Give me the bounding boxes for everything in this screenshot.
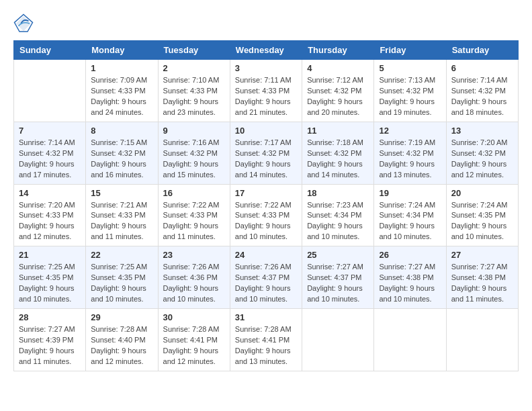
calendar-cell: 8Sunrise: 7:15 AM Sunset: 4:32 PM Daylig… <box>86 122 158 184</box>
calendar-cell: 24Sunrise: 7:26 AM Sunset: 4:37 PM Dayli… <box>230 246 302 309</box>
calendar-cell: 13Sunrise: 7:20 AM Sunset: 4:32 PM Dayli… <box>446 122 518 184</box>
calendar-table: SundayMondayTuesdayWednesdayThursdayFrid… <box>13 40 519 371</box>
calendar-cell: 15Sunrise: 7:21 AM Sunset: 4:33 PM Dayli… <box>86 184 158 246</box>
calendar-cell <box>374 309 446 371</box>
day-info: Sunrise: 7:17 AM Sunset: 4:32 PM Dayligh… <box>235 138 297 181</box>
weekday-header-saturday: Saturday <box>446 41 518 60</box>
calendar-cell: 28Sunrise: 7:27 AM Sunset: 4:39 PM Dayli… <box>14 309 86 371</box>
calendar-cell: 19Sunrise: 7:24 AM Sunset: 4:34 PM Dayli… <box>374 184 446 246</box>
calendar-cell: 5Sunrise: 7:13 AM Sunset: 4:32 PM Daylig… <box>374 60 446 122</box>
weekday-header-monday: Monday <box>86 41 158 60</box>
calendar-cell: 2Sunrise: 7:10 AM Sunset: 4:33 PM Daylig… <box>158 60 230 122</box>
day-number: 14 <box>19 188 81 198</box>
calendar-cell: 11Sunrise: 7:18 AM Sunset: 4:32 PM Dayli… <box>302 122 374 184</box>
day-number: 23 <box>163 250 225 260</box>
calendar-week-row: 7Sunrise: 7:14 AM Sunset: 4:32 PM Daylig… <box>14 122 519 184</box>
calendar-cell: 21Sunrise: 7:25 AM Sunset: 4:35 PM Dayli… <box>14 246 86 309</box>
day-info: Sunrise: 7:13 AM Sunset: 4:32 PM Dayligh… <box>379 75 441 118</box>
day-info: Sunrise: 7:12 AM Sunset: 4:32 PM Dayligh… <box>307 75 369 118</box>
day-info: Sunrise: 7:27 AM Sunset: 4:38 PM Dayligh… <box>379 262 441 305</box>
day-number: 11 <box>307 126 369 136</box>
day-number: 21 <box>19 250 81 260</box>
calendar-week-row: 14Sunrise: 7:20 AM Sunset: 4:33 PM Dayli… <box>14 184 519 246</box>
calendar-cell: 22Sunrise: 7:25 AM Sunset: 4:35 PM Dayli… <box>86 246 158 309</box>
day-number: 6 <box>451 63 513 73</box>
day-info: Sunrise: 7:26 AM Sunset: 4:37 PM Dayligh… <box>235 262 297 305</box>
day-number: 3 <box>235 63 297 73</box>
day-number: 26 <box>379 250 441 260</box>
day-info: Sunrise: 7:09 AM Sunset: 4:33 PM Dayligh… <box>91 75 152 118</box>
day-info: Sunrise: 7:11 AM Sunset: 4:33 PM Dayligh… <box>235 75 297 118</box>
day-info: Sunrise: 7:21 AM Sunset: 4:33 PM Dayligh… <box>91 200 152 243</box>
day-number: 10 <box>235 126 297 136</box>
calendar-cell: 12Sunrise: 7:19 AM Sunset: 4:32 PM Dayli… <box>374 122 446 184</box>
calendar-cell: 3Sunrise: 7:11 AM Sunset: 4:33 PM Daylig… <box>230 60 302 122</box>
weekday-header-friday: Friday <box>374 41 446 60</box>
day-info: Sunrise: 7:28 AM Sunset: 4:41 PM Dayligh… <box>235 324 297 367</box>
day-number: 1 <box>91 63 152 73</box>
calendar-cell: 6Sunrise: 7:14 AM Sunset: 4:32 PM Daylig… <box>446 60 518 122</box>
day-info: Sunrise: 7:24 AM Sunset: 4:35 PM Dayligh… <box>451 200 513 243</box>
calendar-cell: 26Sunrise: 7:27 AM Sunset: 4:38 PM Dayli… <box>374 246 446 309</box>
day-info: Sunrise: 7:25 AM Sunset: 4:35 PM Dayligh… <box>91 262 152 305</box>
calendar-cell: 4Sunrise: 7:12 AM Sunset: 4:32 PM Daylig… <box>302 60 374 122</box>
day-info: Sunrise: 7:20 AM Sunset: 4:32 PM Dayligh… <box>451 138 513 181</box>
calendar-week-row: 1Sunrise: 7:09 AM Sunset: 4:33 PM Daylig… <box>14 60 519 122</box>
calendar-cell <box>14 60 86 122</box>
day-number: 12 <box>379 126 441 136</box>
day-number: 8 <box>91 126 152 136</box>
calendar-cell: 20Sunrise: 7:24 AM Sunset: 4:35 PM Dayli… <box>446 184 518 246</box>
day-number: 15 <box>91 188 152 198</box>
calendar-cell: 18Sunrise: 7:23 AM Sunset: 4:34 PM Dayli… <box>302 184 374 246</box>
day-number: 24 <box>235 250 297 260</box>
day-info: Sunrise: 7:16 AM Sunset: 4:32 PM Dayligh… <box>163 138 225 181</box>
calendar-week-row: 28Sunrise: 7:27 AM Sunset: 4:39 PM Dayli… <box>14 309 519 371</box>
day-info: Sunrise: 7:26 AM Sunset: 4:36 PM Dayligh… <box>163 262 225 305</box>
calendar-cell: 30Sunrise: 7:28 AM Sunset: 4:41 PM Dayli… <box>158 309 230 371</box>
day-info: Sunrise: 7:24 AM Sunset: 4:34 PM Dayligh… <box>379 200 441 243</box>
day-number: 5 <box>379 63 441 73</box>
calendar-cell: 29Sunrise: 7:28 AM Sunset: 4:40 PM Dayli… <box>86 309 158 371</box>
logo <box>13 13 36 34</box>
day-number: 2 <box>163 63 225 73</box>
weekday-header-sunday: Sunday <box>14 41 86 60</box>
calendar-cell: 14Sunrise: 7:20 AM Sunset: 4:33 PM Dayli… <box>14 184 86 246</box>
day-info: Sunrise: 7:23 AM Sunset: 4:34 PM Dayligh… <box>307 200 369 243</box>
weekday-header-tuesday: Tuesday <box>158 41 230 60</box>
day-info: Sunrise: 7:15 AM Sunset: 4:32 PM Dayligh… <box>91 138 152 181</box>
day-info: Sunrise: 7:28 AM Sunset: 4:40 PM Dayligh… <box>91 324 152 367</box>
calendar-cell: 31Sunrise: 7:28 AM Sunset: 4:41 PM Dayli… <box>230 309 302 371</box>
day-number: 9 <box>163 126 225 136</box>
day-number: 7 <box>19 126 81 136</box>
calendar-cell: 16Sunrise: 7:22 AM Sunset: 4:33 PM Dayli… <box>158 184 230 246</box>
day-info: Sunrise: 7:18 AM Sunset: 4:32 PM Dayligh… <box>307 138 369 181</box>
day-number: 25 <box>307 250 369 260</box>
calendar-cell: 17Sunrise: 7:22 AM Sunset: 4:33 PM Dayli… <box>230 184 302 246</box>
day-info: Sunrise: 7:14 AM Sunset: 4:32 PM Dayligh… <box>451 75 513 118</box>
calendar-cell <box>446 309 518 371</box>
day-number: 19 <box>379 188 441 198</box>
day-number: 31 <box>235 312 297 322</box>
day-number: 17 <box>235 188 297 198</box>
weekday-header-wednesday: Wednesday <box>230 41 302 60</box>
day-number: 27 <box>451 250 513 260</box>
day-info: Sunrise: 7:25 AM Sunset: 4:35 PM Dayligh… <box>19 262 81 305</box>
calendar-cell: 7Sunrise: 7:14 AM Sunset: 4:32 PM Daylig… <box>14 122 86 184</box>
calendar-cell <box>302 309 374 371</box>
day-number: 28 <box>19 312 81 322</box>
calendar-cell: 10Sunrise: 7:17 AM Sunset: 4:32 PM Dayli… <box>230 122 302 184</box>
calendar-cell: 9Sunrise: 7:16 AM Sunset: 4:32 PM Daylig… <box>158 122 230 184</box>
day-info: Sunrise: 7:27 AM Sunset: 4:37 PM Dayligh… <box>307 262 369 305</box>
calendar-header-row: SundayMondayTuesdayWednesdayThursdayFrid… <box>14 41 519 60</box>
day-number: 29 <box>91 312 152 322</box>
day-number: 16 <box>163 188 225 198</box>
calendar-week-row: 21Sunrise: 7:25 AM Sunset: 4:35 PM Dayli… <box>14 246 519 309</box>
day-info: Sunrise: 7:27 AM Sunset: 4:38 PM Dayligh… <box>451 262 513 305</box>
day-info: Sunrise: 7:27 AM Sunset: 4:39 PM Dayligh… <box>19 324 81 367</box>
day-number: 13 <box>451 126 513 136</box>
day-info: Sunrise: 7:14 AM Sunset: 4:32 PM Dayligh… <box>19 138 81 181</box>
day-info: Sunrise: 7:22 AM Sunset: 4:33 PM Dayligh… <box>235 200 297 243</box>
day-number: 20 <box>451 188 513 198</box>
day-number: 30 <box>163 312 225 322</box>
day-number: 4 <box>307 63 369 73</box>
